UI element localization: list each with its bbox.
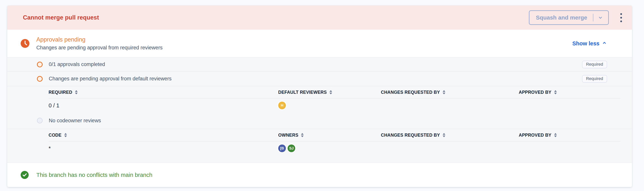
show-less-label: Show less — [572, 40, 600, 47]
sort-icon — [554, 133, 557, 137]
required-badge: Required — [582, 61, 607, 68]
check-row-default-reviewers: Changes are pending approval from defaul… — [7, 71, 632, 86]
sort-icon — [554, 90, 557, 94]
neutral-circle-icon — [37, 118, 43, 123]
table-row: 0 / 1 H — [48, 99, 620, 112]
check-row-no-codeowner-reviews: No codeowner reviews — [7, 112, 632, 129]
avatar[interactable]: H — [278, 102, 286, 109]
avatar[interactable]: [B — [278, 144, 286, 152]
show-less-link[interactable]: Show less — [572, 40, 607, 47]
pending-circle-icon — [37, 76, 43, 82]
approvals-pending-title: Approvals pending — [36, 36, 162, 43]
cannot-merge-banner: Cannot merge pull request Squash and mer… — [7, 6, 632, 30]
code-pattern-value: * — [48, 145, 278, 152]
column-header-required[interactable]: REQUIRED — [48, 90, 278, 95]
pending-clock-icon — [21, 39, 30, 48]
table-header-row: REQUIRED DEFAULT REVIEWERS CHANGES REQUE… — [48, 86, 620, 99]
avatar[interactable]: SJ — [288, 144, 295, 152]
column-header-approved-by[interactable]: APPROVED BY — [519, 133, 620, 138]
required-count-value: 0 / 1 — [48, 102, 278, 109]
sort-icon — [443, 133, 445, 137]
sort-icon — [330, 90, 332, 94]
required-reviewers-section: REQUIRED DEFAULT REVIEWERS CHANGES REQUE… — [7, 86, 632, 129]
check-row-approvals-completed: 0/1 approvals completed Required — [7, 57, 632, 71]
squash-and-merge-button[interactable]: Squash and merge — [529, 10, 609, 25]
code-owners-section: CODE OWNERS CHANGES REQUESTED BY APPROVE… — [7, 129, 632, 162]
table-row: * [B SJ — [48, 141, 620, 155]
pending-circle-icon — [37, 62, 43, 67]
approvals-text: Approvals pending Changes are pending ap… — [36, 36, 162, 51]
no-conflicts-row: This branch has no conflicts with main b… — [7, 162, 632, 187]
more-options-kebab-icon[interactable] — [619, 12, 624, 24]
banner-title: Cannot merge pull request — [23, 14, 99, 21]
column-header-changes-requested-by[interactable]: CHANGES REQUESTED BY — [381, 133, 519, 138]
column-header-code[interactable]: CODE — [48, 133, 278, 138]
no-conflicts-text: This branch has no conflicts with main b… — [36, 172, 152, 178]
button-divider — [593, 14, 593, 22]
chevron-down-icon[interactable] — [598, 15, 603, 21]
merge-checks-panel: Cannot merge pull request Squash and mer… — [7, 6, 632, 187]
column-header-changes-requested-by[interactable]: CHANGES REQUESTED BY — [381, 90, 519, 95]
column-header-approved-by[interactable]: APPROVED BY — [519, 90, 620, 95]
check-row-text: Changes are pending approval from defaul… — [49, 76, 172, 82]
squash-and-merge-label: Squash and merge — [536, 14, 587, 21]
check-row-text: 0/1 approvals completed — [49, 61, 105, 67]
chevron-up-icon — [602, 40, 607, 47]
sort-icon — [301, 133, 304, 137]
check-row-text: No codeowner reviews — [49, 118, 101, 124]
sort-icon — [75, 90, 78, 94]
approvals-pending-subtitle: Changes are pending approval from requir… — [36, 45, 162, 51]
default-reviewers-cell: H — [278, 102, 381, 109]
table-header-row: CODE OWNERS CHANGES REQUESTED BY APPROVE… — [48, 129, 620, 141]
owners-cell: [B SJ — [278, 144, 381, 152]
success-check-icon — [21, 171, 29, 179]
required-badge: Required — [582, 75, 607, 83]
approvals-pending-section: Approvals pending Changes are pending ap… — [7, 30, 632, 57]
banner-actions: Squash and merge — [529, 10, 624, 25]
column-header-owners[interactable]: OWNERS — [278, 133, 381, 138]
sort-icon — [443, 90, 445, 94]
code-owners-table: CODE OWNERS CHANGES REQUESTED BY APPROVE… — [48, 129, 620, 155]
required-reviewers-table: REQUIRED DEFAULT REVIEWERS CHANGES REQUE… — [48, 86, 620, 112]
column-header-default-reviewers[interactable]: DEFAULT REVIEWERS — [278, 90, 381, 95]
sort-icon — [64, 133, 67, 137]
